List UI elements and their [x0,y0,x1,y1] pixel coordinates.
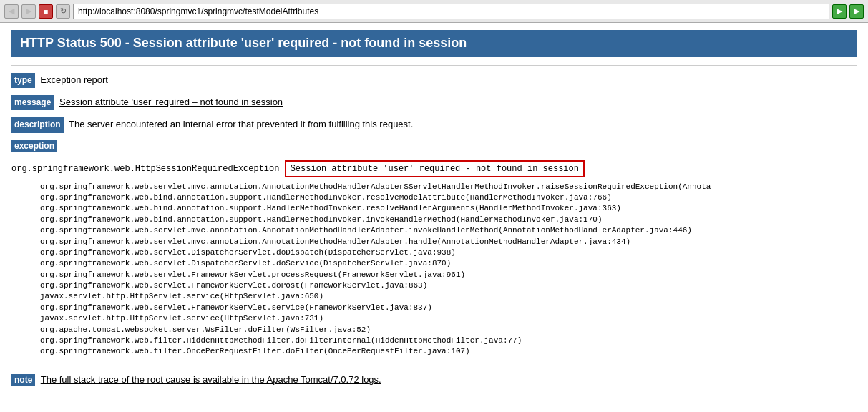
exception-block: org.springframework.web.HttpSessionRequi… [11,160,857,177]
stack-line: org.springframework.web.servlet.Dispatch… [40,258,857,269]
type-section: type Exception report [11,73,857,88]
stack-line: org.springframework.web.servlet.mvc.anno… [40,182,857,192]
url-bar[interactable] [73,4,829,19]
stack-trace: org.springframework.web.servlet.mvc.anno… [11,182,857,358]
stack-line: javax.servlet.http.HttpServlet.service(H… [40,313,857,324]
status-title: HTTP Status 500 - Session attribute 'use… [20,36,467,50]
exception-highlighted: Session attribute 'user' required - not … [285,160,585,177]
message-label: message [11,95,54,110]
status-header: HTTP Status 500 - Session attribute 'use… [11,30,857,57]
page-content: HTTP Status 500 - Session attribute 'use… [0,23,868,393]
description-section: description The server encountered an in… [11,117,857,132]
stack-line: org.springframework.web.filter.OncePerRe… [40,346,857,357]
stack-line: org.apache.tomcat.websocket.server.WsFil… [40,325,857,335]
note-section: note The full stack trace of the root ca… [11,368,857,386]
stack-line: javax.servlet.http.HttpServlet.service(H… [40,291,857,302]
exception-section: exception [11,140,857,156]
note-text: The full stack trace of the root cause i… [41,374,381,385]
browser-toolbar: ◀ ▶ ■ ↻ ▶ ▶ [0,0,868,23]
refresh-button[interactable]: ↻ [56,4,70,19]
type-label: type [11,73,35,88]
go-button[interactable]: ▶ [832,4,847,19]
note-label: note [11,374,35,386]
stack-line: org.springframework.web.servlet.mvc.anno… [40,225,857,236]
stack-line: org.springframework.web.servlet.Framewor… [40,270,857,280]
forward-button[interactable]: ▶ [21,4,36,19]
back-button[interactable]: ◀ [4,4,19,19]
stack-line: org.springframework.web.servlet.Dispatch… [40,247,857,258]
sidebar-button[interactable]: ▶ [849,4,864,19]
message-section: message Session attribute 'user' require… [11,95,857,110]
stack-line: org.springframework.web.bind.annotation.… [40,215,857,225]
stack-line: org.springframework.web.servlet.Framewor… [40,280,857,291]
description-value: The server encountered an internal error… [69,119,413,129]
stack-line: org.springframework.web.servlet.mvc.anno… [40,237,857,247]
message-value: Session attribute 'user' required – not … [59,97,283,107]
exception-label: exception [11,140,57,152]
stack-line: org.springframework.web.bind.annotation.… [40,203,857,214]
stop-button[interactable]: ■ [39,4,53,19]
stack-line: org.springframework.web.servlet.Framewor… [40,303,857,313]
stack-line: org.springframework.web.bind.annotation.… [40,192,857,203]
exception-prefix: org.springframework.web.HttpSessionRequi… [11,164,279,174]
stack-line: org.springframework.web.filter.HiddenHtt… [40,335,857,346]
divider-1 [11,65,857,66]
type-value: Exception report [40,74,108,85]
description-label: description [11,117,64,132]
